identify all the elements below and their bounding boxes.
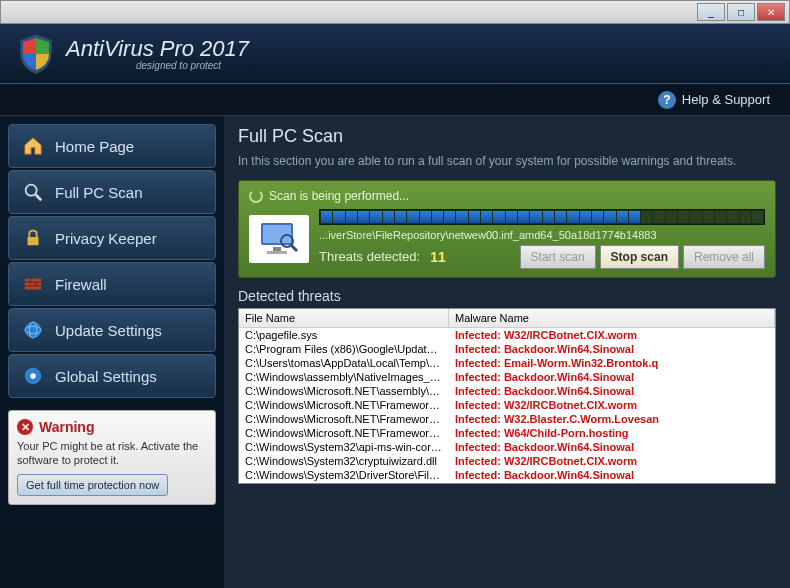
progress-segment (518, 211, 529, 223)
sidebar-item-home[interactable]: Home Page (8, 124, 216, 168)
sidebar-item-global[interactable]: Global Settings (8, 354, 216, 398)
progress-segment (444, 211, 455, 223)
app-header: AntiVirus Pro 2017 designed to protect (0, 24, 790, 84)
remove-all-button[interactable]: Remove all (683, 245, 765, 269)
detected-threats-title: Detected threats (238, 288, 776, 304)
progress-segment (420, 211, 431, 223)
sidebar-item-firewall[interactable]: Firewall (8, 262, 216, 306)
table-row[interactable]: C:\Windows\Microsoft.NET\Framework\v4.0.… (239, 412, 775, 426)
svg-rect-14 (263, 225, 291, 243)
globe-icon (21, 318, 45, 342)
table-row[interactable]: C:\Windows\System32\api-ms-win-core-sysi… (239, 440, 775, 454)
cell-filename: C:\pagefile.sys (239, 328, 449, 342)
progress-segment (567, 211, 578, 223)
progress-segment (456, 211, 467, 223)
table-row[interactable]: C:\Windows\Microsoft.NET\Framework64\v4.… (239, 426, 775, 440)
help-support-link[interactable]: ? Help & Support (658, 91, 770, 109)
progress-segment (530, 211, 541, 223)
cell-filename: C:\Windows\System32\DriverStore\FileRepo… (239, 468, 449, 482)
get-protection-button[interactable]: Get full time protection now (17, 474, 168, 496)
svg-line-1 (36, 195, 42, 201)
cell-malware: Infected: W32/IRCBotnet.CIX.worm (449, 398, 775, 412)
table-row[interactable]: C:\Windows\Microsoft.NET\Framework\v2.0.… (239, 398, 775, 412)
table-row[interactable]: C:\Users\tomas\AppData\Local\Temp\PrlToo… (239, 356, 775, 370)
cell-filename: C:\Windows\Microsoft.NET\Framework64\v4.… (239, 426, 449, 440)
stop-scan-button[interactable]: Stop scan (600, 245, 679, 269)
section-title: Full PC Scan (238, 126, 776, 147)
progress-segment (321, 211, 332, 223)
table-header: File Name Malware Name (239, 309, 775, 328)
cell-malware: Infected: Backdoor.Win64.Sinowal (449, 384, 775, 398)
home-icon (21, 134, 45, 158)
warning-panel: ✕ Warning Your PC might be at risk. Acti… (8, 410, 216, 505)
cell-malware: Infected: W32.Blaster.C.Worm.Lovesan (449, 412, 775, 426)
progress-segment (346, 211, 357, 223)
progress-segment (506, 211, 517, 223)
cell-filename: C:\Windows\Microsoft.NET\assembly\GAC_MS… (239, 384, 449, 398)
progress-segment (727, 211, 738, 223)
svg-rect-15 (273, 247, 281, 251)
progress-bar (319, 209, 765, 225)
scan-status-row: Scan is being performed... (249, 189, 765, 203)
sidebar-item-scan[interactable]: Full PC Scan (8, 170, 216, 214)
progress-segment (395, 211, 406, 223)
progress-segment (407, 211, 418, 223)
svg-rect-3 (25, 279, 42, 290)
minimize-button[interactable]: _ (697, 3, 725, 21)
firewall-icon (21, 272, 45, 296)
progress-segment (493, 211, 504, 223)
sidebar-item-update[interactable]: Update Settings (8, 308, 216, 352)
progress-segment (555, 211, 566, 223)
sidebar-item-label: Privacy Keeper (55, 230, 157, 247)
cell-malware: Infected: Backdoor.Win64.Sinowal (449, 342, 775, 356)
start-scan-button[interactable]: Start scan (520, 245, 596, 269)
table-row[interactable]: C:\Windows\System32\DriverStore\FileRepo… (239, 468, 775, 482)
sidebar-item-label: Firewall (55, 276, 107, 293)
progress-segment (592, 211, 603, 223)
progress-segment (666, 211, 677, 223)
app-title: AntiVirus Pro 2017 (66, 36, 249, 62)
lock-icon (21, 226, 45, 250)
progress-segment (715, 211, 726, 223)
cell-malware: Infected: W64/Child-Porn.hosting (449, 426, 775, 440)
section-description: In this section you are able to run a fu… (238, 153, 776, 170)
cell-filename: C:\Program Files (x86)\Google\Update\1.3… (239, 342, 449, 356)
progress-segment (678, 211, 689, 223)
window-titlebar: _ □ ✕ (0, 0, 790, 24)
table-row[interactable]: C:\Program Files (x86)\Google\Update\1.3… (239, 342, 775, 356)
progress-segment (604, 211, 615, 223)
progress-segment (580, 211, 591, 223)
cell-malware: Infected: Backdoor.Win64.Sinowal (449, 370, 775, 384)
progress-segment (703, 211, 714, 223)
column-filename[interactable]: File Name (239, 309, 449, 327)
table-row[interactable]: C:\Windows\assembly\NativeImages_v4.0.30… (239, 370, 775, 384)
column-malware[interactable]: Malware Name (449, 309, 775, 327)
progress-segment (469, 211, 480, 223)
svg-point-12 (30, 373, 36, 379)
cell-malware: Infected: Backdoor.Win64.Sinowal (449, 468, 775, 482)
sidebar-item-label: Home Page (55, 138, 134, 155)
cell-malware: Infected: Backdoor.Win64.Sinowal (449, 440, 775, 454)
progress-segment (641, 211, 652, 223)
cell-filename: C:\Windows\System32\cryptuiwizard.dll (239, 454, 449, 468)
maximize-button[interactable]: □ (727, 3, 755, 21)
progress-segment (383, 211, 394, 223)
progress-segment (358, 211, 369, 223)
sidebar-item-privacy[interactable]: Privacy Keeper (8, 216, 216, 260)
cell-malware: Infected: Email-Worm.Win32.Brontok.q (449, 356, 775, 370)
table-row[interactable]: C:\Windows\System32\cryptuiwizard.dllInf… (239, 454, 775, 468)
help-label: Help & Support (682, 92, 770, 107)
spinner-icon (249, 189, 263, 203)
table-row[interactable]: C:\pagefile.sysInfected: W32/IRCBotnet.C… (239, 328, 775, 342)
svg-line-18 (291, 245, 297, 251)
warning-title-text: Warning (39, 419, 94, 435)
scan-current-file: ...iverStore\FileRepository\netwew00.inf… (319, 229, 765, 241)
table-row[interactable]: C:\Windows\Microsoft.NET\assembly\GAC_MS… (239, 384, 775, 398)
progress-segment (653, 211, 664, 223)
progress-segment (740, 211, 751, 223)
monitor-scan-icon (249, 215, 309, 263)
close-button[interactable]: ✕ (757, 3, 785, 21)
svg-point-0 (26, 185, 37, 196)
cell-filename: C:\Windows\assembly\NativeImages_v4.0.30… (239, 370, 449, 384)
progress-segment (481, 211, 492, 223)
